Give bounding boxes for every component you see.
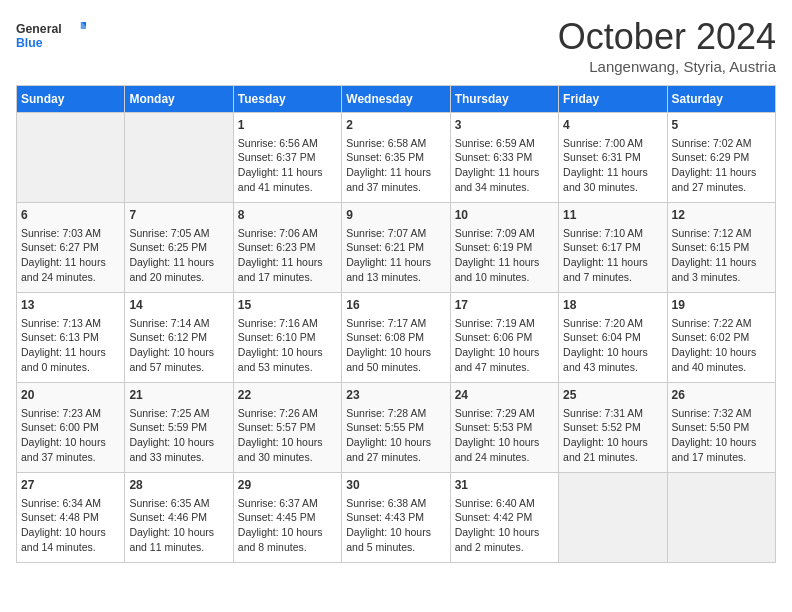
day-info: and 30 minutes. <box>238 450 337 465</box>
day-info: and 30 minutes. <box>563 180 662 195</box>
calendar-cell: 16Sunrise: 7:17 AMSunset: 6:08 PMDayligh… <box>342 293 450 383</box>
day-info: Daylight: 10 hours <box>346 435 445 450</box>
day-info: Sunrise: 7:07 AM <box>346 226 445 241</box>
day-info: and 27 minutes. <box>346 450 445 465</box>
calendar-cell: 25Sunrise: 7:31 AMSunset: 5:52 PMDayligh… <box>559 383 667 473</box>
day-info: Sunset: 6:15 PM <box>672 240 771 255</box>
day-info: and 17 minutes. <box>672 450 771 465</box>
day-info: Sunset: 6:35 PM <box>346 150 445 165</box>
calendar-cell: 29Sunrise: 6:37 AMSunset: 4:45 PMDayligh… <box>233 473 341 563</box>
weekday-header-monday: Monday <box>125 86 233 113</box>
day-info: Sunrise: 7:03 AM <box>21 226 120 241</box>
day-number: 24 <box>455 387 554 404</box>
day-info: Sunset: 6:19 PM <box>455 240 554 255</box>
weekday-header-thursday: Thursday <box>450 86 558 113</box>
day-info: Sunrise: 7:23 AM <box>21 406 120 421</box>
day-info: and 13 minutes. <box>346 270 445 285</box>
day-info: Daylight: 11 hours <box>346 255 445 270</box>
day-info: and 0 minutes. <box>21 360 120 375</box>
day-info: Sunset: 4:48 PM <box>21 510 120 525</box>
day-number: 8 <box>238 207 337 224</box>
day-info: Sunrise: 7:32 AM <box>672 406 771 421</box>
calendar-cell: 31Sunrise: 6:40 AMSunset: 4:42 PMDayligh… <box>450 473 558 563</box>
calendar-cell: 20Sunrise: 7:23 AMSunset: 6:00 PMDayligh… <box>17 383 125 473</box>
calendar-table: SundayMondayTuesdayWednesdayThursdayFrid… <box>16 85 776 563</box>
day-info: Sunrise: 7:20 AM <box>563 316 662 331</box>
calendar-cell: 4Sunrise: 7:00 AMSunset: 6:31 PMDaylight… <box>559 113 667 203</box>
day-info: and 41 minutes. <box>238 180 337 195</box>
day-info: and 53 minutes. <box>238 360 337 375</box>
calendar-cell: 17Sunrise: 7:19 AMSunset: 6:06 PMDayligh… <box>450 293 558 383</box>
day-info: and 47 minutes. <box>455 360 554 375</box>
calendar-cell: 22Sunrise: 7:26 AMSunset: 5:57 PMDayligh… <box>233 383 341 473</box>
day-info: Sunset: 6:17 PM <box>563 240 662 255</box>
calendar-cell: 11Sunrise: 7:10 AMSunset: 6:17 PMDayligh… <box>559 203 667 293</box>
day-info: Daylight: 10 hours <box>672 435 771 450</box>
day-info: Sunrise: 7:09 AM <box>455 226 554 241</box>
day-info: and 57 minutes. <box>129 360 228 375</box>
week-row-4: 20Sunrise: 7:23 AMSunset: 6:00 PMDayligh… <box>17 383 776 473</box>
day-info: Sunset: 6:31 PM <box>563 150 662 165</box>
week-row-5: 27Sunrise: 6:34 AMSunset: 4:48 PMDayligh… <box>17 473 776 563</box>
day-number: 12 <box>672 207 771 224</box>
day-info: Sunrise: 7:19 AM <box>455 316 554 331</box>
logo: General Blue <box>16 16 86 56</box>
day-info: Sunset: 4:42 PM <box>455 510 554 525</box>
calendar-cell: 18Sunrise: 7:20 AMSunset: 6:04 PMDayligh… <box>559 293 667 383</box>
day-info: Sunrise: 6:34 AM <box>21 496 120 511</box>
day-info: Sunset: 4:45 PM <box>238 510 337 525</box>
day-info: Sunset: 6:27 PM <box>21 240 120 255</box>
day-info: Sunrise: 7:26 AM <box>238 406 337 421</box>
calendar-cell <box>559 473 667 563</box>
day-info: and 14 minutes. <box>21 540 120 555</box>
week-row-1: 1Sunrise: 6:56 AMSunset: 6:37 PMDaylight… <box>17 113 776 203</box>
weekday-header-friday: Friday <box>559 86 667 113</box>
page-header: General Blue October 2024 Langenwang, St… <box>16 16 776 75</box>
day-info: and 10 minutes. <box>455 270 554 285</box>
day-info: and 2 minutes. <box>455 540 554 555</box>
day-number: 17 <box>455 297 554 314</box>
day-info: Sunset: 6:02 PM <box>672 330 771 345</box>
day-number: 23 <box>346 387 445 404</box>
calendar-cell: 8Sunrise: 7:06 AMSunset: 6:23 PMDaylight… <box>233 203 341 293</box>
calendar-cell <box>667 473 775 563</box>
calendar-cell: 1Sunrise: 6:56 AMSunset: 6:37 PMDaylight… <box>233 113 341 203</box>
day-number: 4 <box>563 117 662 134</box>
weekday-header-tuesday: Tuesday <box>233 86 341 113</box>
month-title: October 2024 <box>558 16 776 58</box>
day-info: Sunrise: 7:31 AM <box>563 406 662 421</box>
day-info: Sunrise: 7:14 AM <box>129 316 228 331</box>
day-info: Sunrise: 7:22 AM <box>672 316 771 331</box>
day-info: and 7 minutes. <box>563 270 662 285</box>
day-info: Sunrise: 7:16 AM <box>238 316 337 331</box>
day-number: 22 <box>238 387 337 404</box>
calendar-cell: 28Sunrise: 6:35 AMSunset: 4:46 PMDayligh… <box>125 473 233 563</box>
day-info: Daylight: 11 hours <box>563 165 662 180</box>
day-info: Sunrise: 7:25 AM <box>129 406 228 421</box>
day-info: Daylight: 11 hours <box>238 165 337 180</box>
day-info: and 37 minutes. <box>21 450 120 465</box>
weekday-header-sunday: Sunday <box>17 86 125 113</box>
day-info: Daylight: 11 hours <box>21 255 120 270</box>
day-info: and 43 minutes. <box>563 360 662 375</box>
week-row-3: 13Sunrise: 7:13 AMSunset: 6:13 PMDayligh… <box>17 293 776 383</box>
day-info: Daylight: 10 hours <box>129 435 228 450</box>
day-info: and 33 minutes. <box>129 450 228 465</box>
day-info: Sunrise: 6:58 AM <box>346 136 445 151</box>
day-number: 18 <box>563 297 662 314</box>
day-info: Sunrise: 6:38 AM <box>346 496 445 511</box>
calendar-cell: 9Sunrise: 7:07 AMSunset: 6:21 PMDaylight… <box>342 203 450 293</box>
calendar-cell: 12Sunrise: 7:12 AMSunset: 6:15 PMDayligh… <box>667 203 775 293</box>
day-info: Daylight: 10 hours <box>238 525 337 540</box>
day-info: Daylight: 11 hours <box>672 255 771 270</box>
day-info: Sunset: 4:46 PM <box>129 510 228 525</box>
day-info: Sunrise: 7:29 AM <box>455 406 554 421</box>
day-info: Sunset: 6:33 PM <box>455 150 554 165</box>
day-info: Sunset: 6:25 PM <box>129 240 228 255</box>
day-info: and 20 minutes. <box>129 270 228 285</box>
day-number: 30 <box>346 477 445 494</box>
day-number: 3 <box>455 117 554 134</box>
day-info: Sunset: 6:10 PM <box>238 330 337 345</box>
calendar-cell: 24Sunrise: 7:29 AMSunset: 5:53 PMDayligh… <box>450 383 558 473</box>
day-info: Sunrise: 7:28 AM <box>346 406 445 421</box>
